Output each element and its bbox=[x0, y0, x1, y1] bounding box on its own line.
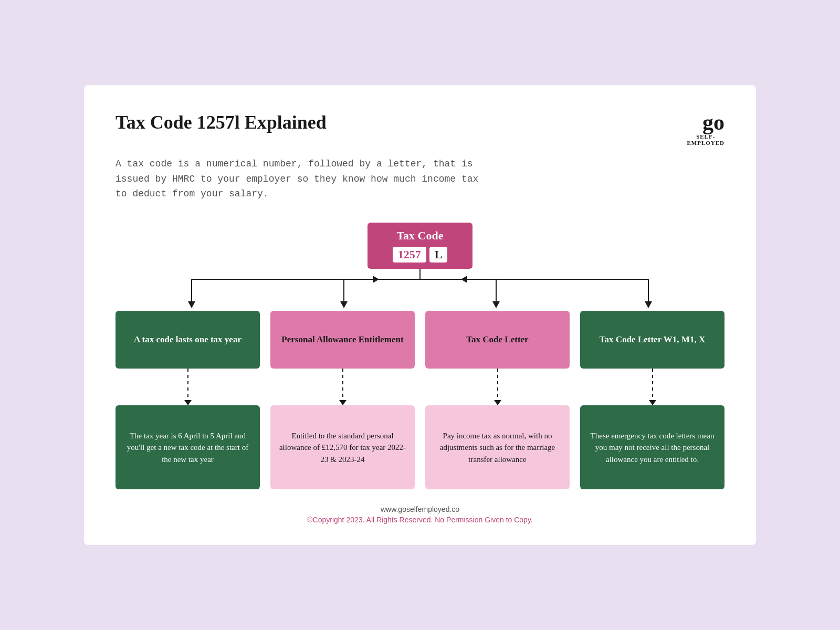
dashed-arrow-3 bbox=[494, 400, 501, 405]
bottom-box-year: The tax year is 6 April to 5 April and y… bbox=[116, 405, 260, 489]
dashed-col-2 bbox=[270, 369, 415, 405]
dashed-row bbox=[116, 369, 724, 405]
bottom-box-emergency: These emergency tax code letters mean yo… bbox=[580, 405, 724, 489]
connector-svg bbox=[116, 269, 724, 311]
tax-code-letter: L bbox=[429, 247, 448, 262]
tax-code-number: 1257 bbox=[393, 247, 426, 262]
svg-marker-3 bbox=[188, 301, 195, 308]
svg-marker-5 bbox=[340, 301, 348, 308]
footer-copyright: ©Copyright 2023. All Rights Reserved. No… bbox=[116, 516, 724, 524]
mid-box-year: A tax code lasts one tax year bbox=[116, 311, 260, 369]
bottom-box-letter: Pay income tax as normal, with no adjust… bbox=[425, 405, 570, 489]
dashed-arrow-4 bbox=[649, 400, 656, 405]
mid-box-letter: Tax Code Letter bbox=[425, 311, 570, 369]
svg-marker-11 bbox=[461, 276, 467, 283]
header: Tax Code 1257l Explained go SELF-EMPLOYE… bbox=[116, 111, 724, 146]
dashed-line-4 bbox=[652, 369, 653, 400]
footer: www.goselfemployed.co ©Copyright 2023. A… bbox=[116, 505, 724, 524]
dashed-line-3 bbox=[497, 369, 498, 400]
logo-sub-text: SELF-EMPLOYED bbox=[687, 133, 724, 146]
dashed-line-2 bbox=[342, 369, 343, 400]
tax-code-label: Tax Code bbox=[383, 229, 457, 243]
connector-area bbox=[116, 269, 724, 311]
main-card: Tax Code 1257l Explained go SELF-EMPLOYE… bbox=[84, 85, 756, 545]
dashed-arrow-2 bbox=[339, 400, 346, 405]
mid-box-w1: Tax Code Letter W1, M1, X bbox=[580, 311, 724, 369]
description-text: A tax code is a numerical number, follow… bbox=[116, 156, 483, 202]
mid-box-allowance: Personal Allowance Entitlement bbox=[270, 311, 415, 369]
bottom-box-allowance: Entitled to the standard personal allowa… bbox=[270, 405, 415, 489]
tax-code-box: Tax Code 1257 L bbox=[368, 223, 472, 269]
footer-website: www.goselfemployed.co bbox=[116, 505, 724, 513]
dashed-arrow-1 bbox=[184, 400, 192, 405]
dashed-line-1 bbox=[187, 369, 188, 400]
tax-code-value: 1257 L bbox=[383, 247, 457, 262]
page-title: Tax Code 1257l Explained bbox=[116, 111, 327, 133]
logo-go-text: go bbox=[687, 111, 724, 133]
top-section: Tax Code 1257 L bbox=[116, 223, 724, 269]
logo: go SELF-EMPLOYED bbox=[687, 111, 724, 146]
mid-row: A tax code lasts one tax year Personal A… bbox=[116, 311, 724, 369]
diagram: Tax Code 1257 L bbox=[116, 223, 724, 489]
svg-marker-10 bbox=[373, 276, 379, 283]
bottom-row: The tax year is 6 April to 5 April and y… bbox=[116, 405, 724, 489]
svg-marker-9 bbox=[645, 301, 652, 308]
dashed-col-4 bbox=[580, 369, 724, 405]
dashed-col-1 bbox=[116, 369, 260, 405]
dashed-col-3 bbox=[425, 369, 570, 405]
svg-marker-7 bbox=[492, 301, 500, 308]
